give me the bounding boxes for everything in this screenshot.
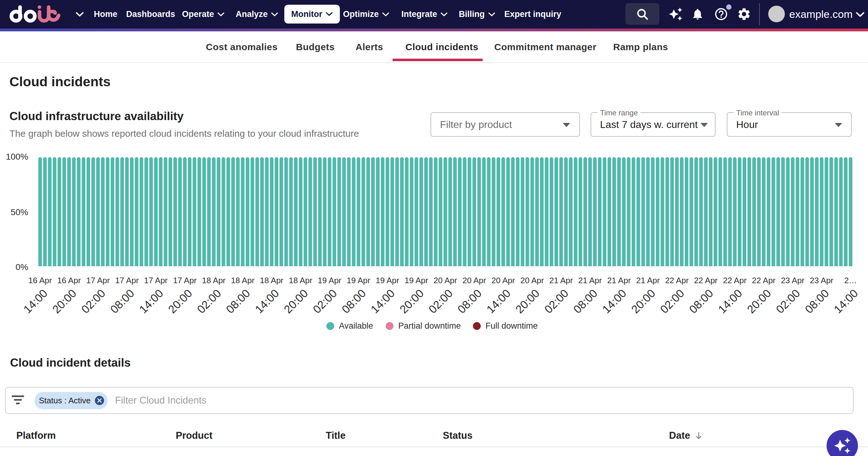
svg-text:14:00: 14:00	[368, 287, 397, 314]
svg-text:17 Apr: 17 Apr	[115, 276, 139, 285]
svg-text:22 Apr: 22 Apr	[723, 276, 747, 285]
svg-text:17 Apr: 17 Apr	[144, 276, 168, 285]
svg-text:21 Apr: 21 Apr	[550, 276, 574, 285]
svg-text:08:00: 08:00	[802, 287, 832, 314]
svg-text:19 Apr: 19 Apr	[376, 276, 400, 285]
svg-text:08:00: 08:00	[223, 287, 253, 314]
svg-text:02:00: 02:00	[310, 287, 340, 314]
svg-text:22 Apr: 22 Apr	[665, 276, 689, 285]
svg-text:21 Apr: 21 Apr	[578, 276, 602, 285]
svg-text:08:00: 08:00	[339, 287, 368, 314]
svg-text:02:00: 02:00	[658, 287, 687, 314]
svg-text:19 Apr: 19 Apr	[347, 276, 371, 285]
svg-text:14:00: 14:00	[252, 287, 281, 314]
svg-text:0%: 0%	[16, 262, 28, 272]
svg-text:02:00: 02:00	[774, 287, 803, 314]
svg-text:22 Apr: 22 Apr	[694, 276, 718, 285]
svg-text:16 Apr: 16 Apr	[28, 276, 52, 285]
svg-text:18 Apr: 18 Apr	[260, 276, 284, 285]
svg-text:20:00: 20:00	[166, 287, 195, 314]
svg-text:08:00: 08:00	[687, 287, 716, 314]
svg-text:20 Apr: 20 Apr	[463, 276, 487, 285]
svg-text:14:00: 14:00	[715, 287, 745, 314]
svg-text:50%: 50%	[11, 207, 28, 217]
svg-text:21 Apr: 21 Apr	[636, 276, 660, 285]
svg-text:19 Apr: 19 Apr	[318, 276, 342, 285]
svg-text:08:00: 08:00	[107, 287, 137, 314]
svg-text:14:00: 14:00	[600, 287, 629, 314]
svg-text:08:00: 08:00	[571, 287, 600, 314]
svg-text:20 Apr: 20 Apr	[491, 276, 515, 285]
svg-text:23 Apr: 23 Apr	[781, 276, 805, 285]
svg-text:16 Apr: 16 Apr	[57, 276, 81, 285]
svg-text:20:00: 20:00	[513, 287, 542, 314]
svg-text:17 Apr: 17 Apr	[173, 276, 197, 285]
svg-text:20 Apr: 20 Apr	[520, 276, 544, 285]
svg-text:18 Apr: 18 Apr	[289, 276, 313, 285]
svg-text:20:00: 20:00	[50, 287, 79, 314]
svg-text:08:00: 08:00	[455, 287, 484, 314]
svg-text:20:00: 20:00	[628, 287, 658, 314]
svg-text:22 Apr: 22 Apr	[752, 276, 776, 285]
svg-text:17 Apr: 17 Apr	[86, 276, 110, 285]
svg-text:14:00: 14:00	[21, 287, 50, 314]
svg-text:19 Apr: 19 Apr	[404, 276, 428, 285]
svg-text:02:00: 02:00	[194, 287, 224, 314]
svg-text:02:00: 02:00	[542, 287, 571, 314]
svg-text:100%: 100%	[6, 152, 28, 162]
svg-text:18 Apr: 18 Apr	[231, 276, 255, 285]
svg-text:20:00: 20:00	[744, 287, 774, 314]
svg-text:20 Apr: 20 Apr	[434, 276, 458, 285]
svg-text:02:00: 02:00	[426, 287, 455, 314]
svg-text:21 Apr: 21 Apr	[607, 276, 631, 285]
svg-text:18 Apr: 18 Apr	[202, 276, 226, 285]
svg-text:20:00: 20:00	[281, 287, 311, 314]
svg-text:20:00: 20:00	[397, 287, 427, 314]
svg-text:14:00: 14:00	[484, 287, 513, 314]
svg-text:23 Apr: 23 Apr	[810, 276, 834, 285]
svg-text:14:00: 14:00	[136, 287, 166, 314]
svg-text:02:00: 02:00	[79, 287, 108, 314]
svg-text:2…: 2…	[844, 276, 857, 285]
svg-text:14:00: 14:00	[831, 287, 861, 314]
